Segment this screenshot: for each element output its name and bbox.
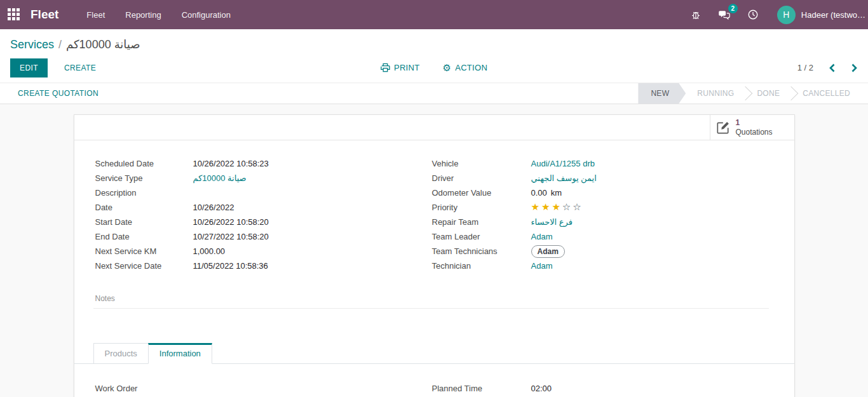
field-row-priority: Priority★★★☆☆ [432, 201, 769, 214]
field-row-vehicle: VehicleAudi/A1/1255 drb [432, 157, 769, 170]
field-label-date: Date [95, 201, 193, 214]
field-row-description: Description [95, 186, 432, 199]
apps-menu-icon[interactable] [8, 8, 20, 21]
navbar-systray: 2 H Hadeer (testwo… [682, 0, 868, 29]
menu-reporting[interactable]: Reporting [115, 0, 171, 29]
clock-icon [747, 9, 759, 20]
quotations-count: 1 [736, 118, 773, 127]
form-right-column: VehicleAudi/A1/1255 drbDriverايمن يوسف ا… [432, 157, 769, 274]
field-label-work-order: Work Order [95, 382, 193, 395]
chevron-right-icon [851, 64, 858, 72]
field-label-technician: Technician [432, 259, 531, 273]
pager-counter: 1 / 2 [797, 63, 813, 72]
star-filled-icon[interactable]: ★ [531, 201, 541, 212]
status-running[interactable]: RUNNING [686, 83, 745, 104]
debug-bug-icon[interactable] [682, 0, 710, 29]
chevron-left-icon [829, 64, 836, 72]
breadcrumb: Services/صيانة 10000كم [10, 36, 858, 53]
breadcrumb-current-record: صيانة 10000كم [66, 38, 140, 51]
field-row-planned-time: Planned Time02:00 [432, 382, 769, 395]
field-row-team-leader: Team LeaderAdam [432, 230, 769, 243]
tab-products[interactable]: Products [93, 343, 149, 364]
gear-icon: ⚙ [442, 63, 451, 72]
top-navbar: Fleet FleetReportingConfiguration 2 H [0, 0, 868, 29]
status-new[interactable]: NEW [638, 83, 686, 104]
field-value-team-leader[interactable]: Adam [531, 230, 553, 243]
edit-button[interactable]: EDIT [10, 58, 48, 77]
field-row-odometer-value: Odometer Value0.00km [432, 186, 769, 199]
star-empty-icon[interactable]: ☆ [562, 201, 573, 212]
print-button[interactable]: PRINT [381, 63, 420, 72]
breadcrumb-services-link[interactable]: Services [10, 38, 54, 51]
field-row-scheduled-date: Scheduled Date10/26/2022 10:58:23 [95, 157, 432, 170]
bug-icon [690, 9, 702, 20]
tab-right-column: Planned Time02:00 [432, 382, 769, 396]
field-label-repair-team: Repair Team [432, 215, 531, 229]
pager: 1 / 2 [797, 63, 858, 72]
field-value-driver[interactable]: ايمن يوسف الجهني [531, 172, 597, 185]
user-menu[interactable]: H Hadeer (testwo… [777, 6, 868, 24]
field-row-next-service-km: Next Service KM1,000.00 [95, 245, 432, 258]
field-row-next-service-date: Next Service Date11/05/2022 10:58:36 [95, 259, 432, 273]
quotations-stat-button[interactable]: 1 Quotations [710, 115, 794, 140]
field-label-next-service-km: Next Service KM [95, 245, 193, 258]
field-value-end-date: 10/27/2022 10:58:20 [193, 230, 269, 243]
star-filled-icon[interactable]: ★ [541, 201, 552, 212]
stat-button-text: 1 Quotations [736, 118, 773, 137]
tab-left-column: Work Order [95, 382, 432, 396]
activities-clock-icon[interactable] [739, 0, 767, 29]
form-left-column: Scheduled Date10/26/2022 10:58:23Service… [95, 157, 432, 274]
priority-stars[interactable]: ★★★☆☆ [531, 202, 583, 212]
field-value-odometer-value: 0.00 [531, 186, 547, 199]
field-label-end-date: End Date [95, 230, 193, 243]
field-value-repair-team[interactable]: فرع الاحساء [531, 215, 573, 229]
field-row-date: Date10/26/2022 [95, 201, 432, 214]
username: Hadeer (testwo… [801, 10, 865, 20]
field-value-technician[interactable]: Adam [531, 259, 553, 273]
field-label-vehicle: Vehicle [432, 157, 531, 170]
form-view-area: 1 Quotations Scheduled Date10/26/2022 10… [0, 104, 868, 397]
field-value-vehicle[interactable]: Audi/A1/1255 drb [531, 157, 595, 170]
messages-icon-wrap[interactable]: 2 [710, 0, 739, 29]
control-panel: Services/صيانة 10000كم EDIT CREATE PRINT… [0, 29, 868, 83]
tab-information[interactable]: Information [148, 343, 212, 364]
menu-fleet[interactable]: Fleet [76, 0, 115, 29]
pager-previous-button[interactable] [829, 64, 836, 72]
field-row-repair-team: Repair Teamفرع الاحساء [432, 215, 769, 229]
menu-configuration[interactable]: Configuration [172, 0, 241, 29]
tag-adam[interactable]: Adam [531, 245, 565, 258]
print-label: PRINT [394, 63, 420, 72]
field-row-driver: Driverايمن يوسف الجهني [432, 172, 769, 185]
record-sheet: 1 Quotations Scheduled Date10/26/2022 10… [74, 114, 795, 397]
printer-icon [381, 63, 390, 72]
field-value-next-service-date: 11/05/2022 10:58:36 [193, 259, 268, 273]
field-label-next-service-date: Next Service Date [95, 259, 193, 273]
field-label-team-technicians: Team Technicians [432, 245, 531, 258]
star-empty-icon[interactable]: ☆ [573, 201, 583, 212]
field-row-work-order: Work Order [95, 382, 432, 395]
create-button[interactable]: CREATE [60, 63, 100, 73]
field-label-scheduled-date: Scheduled Date [95, 157, 193, 170]
field-label-planned-time: Planned Time [432, 382, 531, 395]
breadcrumb-separator: / [58, 38, 62, 51]
control-panel-buttons: EDIT CREATE PRINT ⚙ ACTION 1 / 2 [10, 53, 858, 83]
status-cancelled[interactable]: CANCELLED [791, 83, 862, 104]
star-filled-icon[interactable]: ★ [552, 201, 562, 212]
field-row-team-technicians: Team TechniciansAdam [432, 245, 769, 258]
field-label-service-type: Service Type [95, 172, 193, 185]
center-actions: PRINT ⚙ ACTION [381, 63, 487, 72]
statusbar: CREATE QUOTATION NEWRUNNINGDONECANCELLED [0, 83, 868, 104]
field-label-start-date: Start Date [95, 215, 193, 229]
create-quotation-button[interactable]: CREATE QUOTATION [18, 89, 98, 98]
field-label-description: Description [95, 186, 193, 199]
notes-field[interactable]: Notes [93, 294, 769, 309]
field-value-date: 10/26/2022 [193, 201, 234, 214]
action-button[interactable]: ⚙ ACTION [442, 63, 487, 72]
messages-count-badge: 2 [728, 4, 738, 13]
field-value-service-type[interactable]: صيانة 10000كم [193, 172, 247, 185]
app-brand[interactable]: Fleet [31, 8, 58, 22]
field-unit-odometer-value: km [551, 186, 562, 199]
field-label-priority: Priority [432, 201, 531, 214]
field-row-technician: TechnicianAdam [432, 259, 769, 273]
pager-next-button[interactable] [851, 64, 858, 72]
